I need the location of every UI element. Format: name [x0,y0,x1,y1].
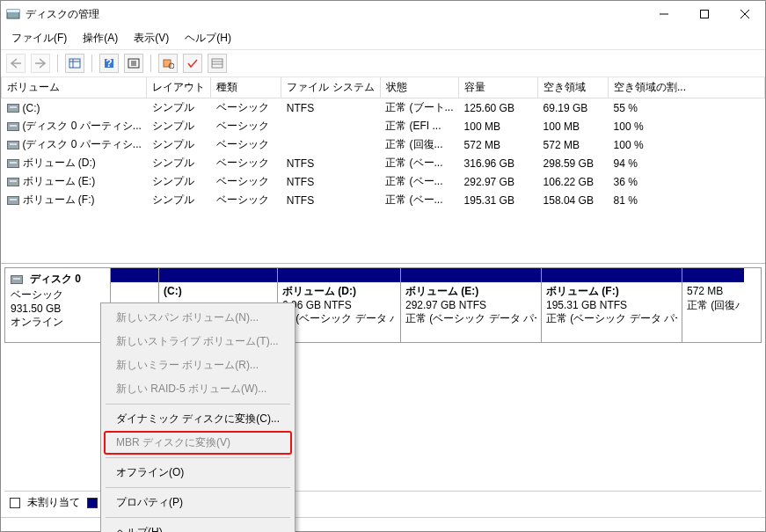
col-fs[interactable]: ファイル システム [281,77,380,98]
cell-layout: シンプル [147,191,211,209]
cell-name: (ディスク 0 パーティシ... [2,135,147,154]
col-volume[interactable]: ボリューム [2,77,147,98]
forward-button[interactable] [31,54,50,73]
col-capacity[interactable]: 容量 [459,77,538,98]
table-row[interactable]: (ディスク 0 パーティシ...シンプルベーシック正常 (回復...572 MB… [2,135,765,154]
check-button[interactable] [183,54,202,73]
cell-pct: 94 % [609,154,765,172]
cell-layout: シンプル [147,172,211,191]
table-row[interactable]: ボリューム (D:)シンプルベーシックNTFS正常 (ベー...316.96 G… [2,154,765,172]
col-pctfree[interactable]: 空き領域の割... [609,77,765,98]
context-menu-separator [106,487,290,488]
partition-header [278,268,400,282]
toolbar-sep [150,55,151,72]
cell-fs: NTFS [281,98,380,118]
context-menu-item[interactable]: プロパティ(P) [104,491,292,514]
partition-status: 正常 (回復パ [687,299,740,313]
cell-pct: 36 % [609,172,765,191]
col-layout[interactable]: レイアウト [147,77,211,98]
menu-view[interactable]: 表示(V) [127,29,176,47]
context-menu-item[interactable]: ダイナミック ディスクに変換(C)... [104,407,292,431]
properties-button[interactable] [158,54,178,73]
menu-help[interactable]: ヘルプ(H) [178,29,238,47]
partition-size: 6.96 GB NTFS [282,299,396,313]
cell-fs: NTFS [281,172,380,191]
partition-status: 正常 (ベーシック データ パーティ [546,312,677,326]
table-row[interactable]: ボリューム (F:)シンプルベーシックNTFS正常 (ベー...195.31 G… [2,191,765,209]
col-free[interactable]: 空き領域 [538,77,609,98]
svg-rect-3 [701,11,709,18]
partition[interactable]: ボリューム (D:)6.96 GB NTFS常 (ベーシック データ パーティ [278,268,401,342]
cell-pct: 81 % [609,191,765,209]
maximize-button[interactable] [684,1,725,27]
partition-name: ボリューム (E:) [405,285,536,299]
disk-context-menu[interactable]: 新しいスパン ボリューム(N)...新しいストライプ ボリューム(T)...新し… [100,302,295,532]
volume-icon [7,196,19,205]
partition[interactable]: ボリューム (F:)195.31 GB NTFS正常 (ベーシック データ パー… [542,268,682,342]
cell-capacity: 292.97 GB [459,172,538,191]
cell-capacity: 100 MB [459,117,538,135]
cell-layout: シンプル [147,135,211,154]
cell-pct: 100 % [609,117,765,135]
context-menu-item[interactable]: ヘルプ(H) [104,521,292,532]
partition-name: ボリューム (F:) [546,285,677,299]
col-type[interactable]: 種類 [211,77,281,98]
volume-icon [7,141,19,149]
partition[interactable]: ボリューム (E:)292.97 GB NTFS正常 (ベーシック データ パー… [401,268,542,342]
minimize-button[interactable] [644,1,684,27]
cell-free: 100 MB [538,117,609,135]
disk-management-window: ディスクの管理 ファイル(F) 操作(A) 表示(V) ヘルプ(H) ? ボリュ… [0,0,766,532]
back-button[interactable] [6,54,26,73]
disk-info-panel[interactable]: ディスク 0 ベーシック 931.50 GB オンライン [5,268,111,342]
cell-fs: NTFS [281,191,380,209]
context-menu-item: 新しいミラー ボリューム(R)... [104,353,292,377]
partition-header [542,268,682,282]
cell-status: 正常 (EFI ... [380,117,458,135]
volume-icon [7,159,19,168]
help-button[interactable]: ? [99,54,119,73]
col-status[interactable]: 状態 [380,77,458,98]
volume-icon [7,104,19,113]
cell-layout: シンプル [147,154,211,172]
list-detail-button[interactable] [208,54,227,73]
context-menu-item: 新しいスパン ボリューム(N)... [104,306,292,330]
menubar: ファイル(F) 操作(A) 表示(V) ヘルプ(H) [1,27,765,50]
partition-body [111,282,158,288]
table-row[interactable]: (C:)シンプルベーシックNTFS正常 (ブート...125.60 GB69.1… [2,98,765,118]
close-button[interactable] [725,1,765,27]
partition-header [401,268,541,282]
cell-name: ボリューム (F:) [2,191,147,209]
partition-body: ボリューム (F:)195.31 GB NTFS正常 (ベーシック データ パー… [542,282,682,329]
menu-file[interactable]: ファイル(F) [4,29,74,47]
window-title: ディスクの管理 [26,7,644,22]
volume-list[interactable]: ボリューム レイアウト 種類 ファイル システム 状態 容量 空き領域 空き領域… [1,77,765,264]
table-row[interactable]: ボリューム (E:)シンプルベーシックNTFS正常 (ベー...292.97 G… [2,172,765,191]
context-menu-item: 新しいストライプ ボリューム(T)... [104,330,292,353]
partition-body: ボリューム (E:)292.97 GB NTFS正常 (ベーシック データ パー… [401,282,541,329]
cell-layout: シンプル [147,117,211,135]
partition-status: 正常 (ベーシック データ パーティ [405,312,536,326]
cell-capacity: 316.96 GB [459,154,538,172]
context-menu-separator [106,517,290,518]
refresh-button[interactable] [124,54,143,73]
table-header-row[interactable]: ボリューム レイアウト 種類 ファイル システム 状態 容量 空き領域 空き領域… [2,77,765,98]
titlebar[interactable]: ディスクの管理 [1,1,765,27]
menu-action[interactable]: 操作(A) [76,29,125,47]
show-list-button[interactable] [65,54,84,73]
partition[interactable]: 572 MB正常 (回復パ [682,268,744,342]
context-menu-item[interactable]: オフライン(O) [104,461,292,485]
cell-status: 正常 (ベー... [380,172,458,191]
partition-header [159,268,277,282]
partition-size: 572 MB [687,285,740,299]
cell-free: 69.19 GB [538,98,609,118]
svg-rect-6 [69,59,80,68]
cell-fs: NTFS [281,154,380,172]
cell-type: ベーシック [211,154,281,172]
cell-fs [281,117,380,135]
cell-name: ボリューム (D:) [2,154,147,172]
volume-icon [7,122,19,131]
cell-type: ベーシック [211,98,281,118]
context-menu-separator [106,404,290,404]
cell-status: 正常 (ベー... [380,191,458,209]
table-row[interactable]: (ディスク 0 パーティシ...シンプルベーシック正常 (EFI ...100 … [2,117,765,135]
